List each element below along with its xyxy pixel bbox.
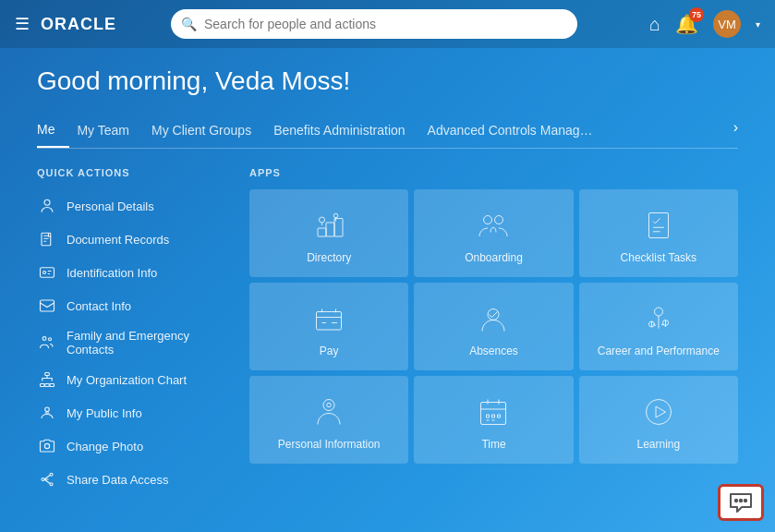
tab-more-arrow[interactable]: › <box>733 119 738 143</box>
svg-point-13 <box>50 473 53 476</box>
svg-point-21 <box>484 215 492 224</box>
action-share-data-access[interactable]: Share Data Access <box>37 463 231 496</box>
app-tile-checklist[interactable]: Checklist Tasks <box>579 189 738 277</box>
tab-me[interactable]: Me <box>37 115 69 148</box>
content-area: QUICK ACTIONS Personal Details Document … <box>37 167 738 496</box>
svg-point-12 <box>44 443 49 448</box>
svg-point-6 <box>49 338 52 341</box>
svg-rect-16 <box>318 228 326 236</box>
app-tile-label: Directory <box>307 251 351 264</box>
apps-label: APPS <box>249 167 738 178</box>
header: ☰ ORACLE 🔍 ⌂ 🔔 75 VM ▾ <box>0 0 775 48</box>
app-tile-label: Absences <box>469 345 518 357</box>
search-icon: 🔍 <box>181 17 197 31</box>
search-input[interactable] <box>171 9 577 39</box>
notification-badge: 75 <box>689 7 704 22</box>
oracle-logo: ORACLE <box>41 15 116 34</box>
tab-my-team[interactable]: My Team <box>77 115 144 147</box>
tab-benefits-administration[interactable]: Benefits Administration <box>273 115 419 147</box>
svg-point-11 <box>45 407 50 412</box>
pay-icon <box>310 300 347 337</box>
svg-rect-4 <box>41 300 54 311</box>
personal-info-icon <box>310 393 347 430</box>
svg-rect-10 <box>50 384 54 387</box>
hamburger-menu-icon[interactable]: ☰ <box>15 14 30 34</box>
svg-rect-31 <box>481 402 506 424</box>
app-tile-directory[interactable]: Directory <box>249 189 408 277</box>
svg-point-30 <box>327 403 332 407</box>
chevron-down-icon[interactable]: ▾ <box>756 19 760 30</box>
id-icon <box>37 262 57 283</box>
app-tile-career[interactable]: Career and Performance <box>579 283 738 370</box>
app-tile-learning[interactable]: Learning <box>579 376 738 464</box>
quick-actions-label: QUICK ACTIONS <box>37 167 231 178</box>
camera-icon <box>37 436 57 456</box>
action-label: Share Data Access <box>67 473 169 487</box>
svg-point-14 <box>42 478 44 481</box>
career-icon <box>640 300 677 337</box>
directory-icon <box>310 207 347 244</box>
svg-point-22 <box>495 215 503 224</box>
app-tile-label: Checklist Tasks <box>621 251 696 264</box>
action-label: My Organization Chart <box>67 373 187 387</box>
svg-rect-1 <box>42 233 51 246</box>
time-icon <box>475 393 512 430</box>
svg-point-36 <box>745 500 746 502</box>
action-document-records[interactable]: Document Records <box>37 223 231 256</box>
svg-point-32 <box>646 399 671 424</box>
greeting-text: Good morning, Veda Moss! <box>37 66 738 96</box>
action-label: My Public Info <box>67 406 142 420</box>
svg-point-3 <box>43 272 46 274</box>
apps-panel: APPS Directory <box>249 167 738 496</box>
absences-icon <box>475 300 512 337</box>
tab-my-client-groups[interactable]: My Client Groups <box>151 115 266 147</box>
quick-actions-panel: QUICK ACTIONS Personal Details Document … <box>37 167 249 496</box>
app-tile-absences[interactable]: Absences <box>414 283 573 370</box>
tab-advanced-controls[interactable]: Advanced Controls Manag… <box>428 115 608 147</box>
app-tile-label: Time <box>481 438 505 451</box>
action-contact-info[interactable]: Contact Info <box>37 289 231 322</box>
search-bar: 🔍 <box>171 9 577 39</box>
app-tile-time[interactable]: Time <box>414 376 573 464</box>
app-tile-personal-info[interactable]: Personal Information <box>249 376 408 464</box>
tabs: Me My Team My Client Groups Benefits Adm… <box>37 115 738 149</box>
family-icon <box>37 332 57 353</box>
app-tile-label: Onboarding <box>465 251 523 264</box>
svg-rect-9 <box>45 384 50 387</box>
svg-rect-17 <box>326 223 334 236</box>
svg-point-15 <box>50 483 53 486</box>
onboarding-icon <box>475 207 512 244</box>
action-label: Document Records <box>67 233 169 247</box>
avatar[interactable]: VM <box>713 10 741 38</box>
svg-point-29 <box>323 399 334 410</box>
svg-rect-2 <box>41 268 54 278</box>
action-identification-info[interactable]: Identification Info <box>37 256 231 289</box>
action-public-info[interactable]: My Public Info <box>37 396 231 429</box>
envelope-icon <box>37 296 57 316</box>
action-personal-details[interactable]: Personal Details <box>37 189 231 223</box>
main-content: Good morning, Veda Moss! Me My Team My C… <box>0 48 775 496</box>
app-tile-label: Personal Information <box>278 438 381 451</box>
action-label: Personal Details <box>67 200 154 213</box>
app-tile-label: Learning <box>636 438 680 451</box>
person-icon <box>37 196 57 216</box>
action-family-emergency[interactable]: Family and Emergency Contacts <box>37 322 231 363</box>
svg-point-19 <box>320 217 325 223</box>
svg-rect-7 <box>45 373 50 376</box>
action-change-photo[interactable]: Change Photo <box>37 429 231 463</box>
header-right: ⌂ 🔔 75 VM ▾ <box>649 10 760 38</box>
svg-marker-33 <box>656 406 666 417</box>
svg-point-34 <box>735 500 737 502</box>
home-icon[interactable]: ⌂ <box>649 14 660 35</box>
app-tile-pay[interactable]: Pay <box>249 283 408 370</box>
org-icon <box>37 369 57 390</box>
checklist-icon <box>640 207 677 244</box>
notification-bell[interactable]: 🔔 75 <box>675 13 698 35</box>
chat-button[interactable] <box>718 484 764 521</box>
svg-point-0 <box>44 200 50 205</box>
app-tile-onboarding[interactable]: Onboarding <box>414 189 573 277</box>
action-label: Identification Info <box>67 266 157 280</box>
action-org-chart[interactable]: My Organization Chart <box>37 363 231 396</box>
document-icon <box>37 229 57 249</box>
app-tile-label: Pay <box>320 345 339 357</box>
